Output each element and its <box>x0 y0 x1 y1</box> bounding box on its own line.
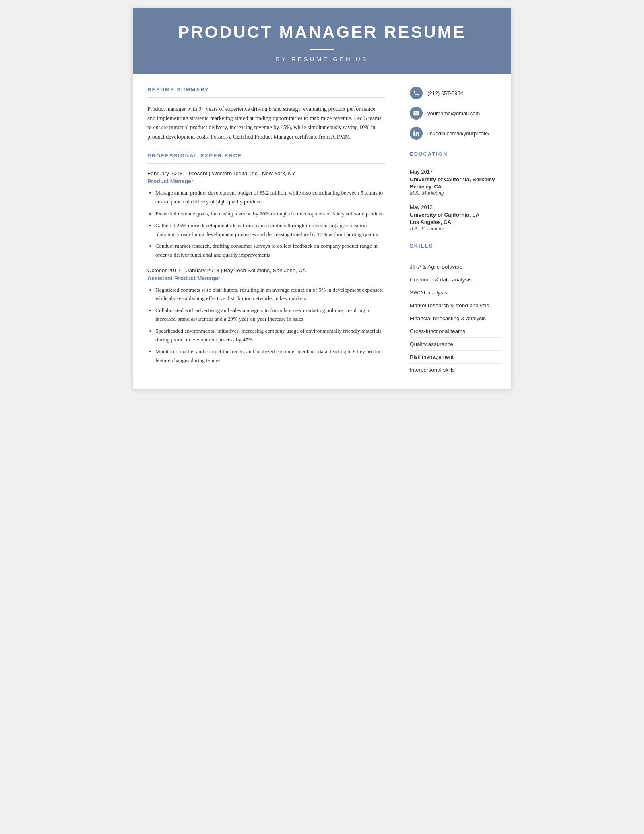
left-column: RESUME SUMMARY Product manager with 9+ y… <box>133 74 398 389</box>
edu-2: May 2012 University of California, LA Lo… <box>410 204 502 232</box>
edu-2-location: Los Angeles, CA <box>410 219 502 225</box>
education-divider <box>410 162 502 162</box>
skills-section: SKILLS JIRA & Agile Software Customer & … <box>410 243 502 376</box>
email-text: yourname@gmail.com <box>427 110 480 116</box>
edu-2-degree: B.A., Economics <box>410 225 502 232</box>
job-2-bullet-4: Monitored market and competitor trends, … <box>155 347 385 364</box>
contact-email: yourname@gmail.com <box>410 107 502 120</box>
job-2-bullet-1: Negotiated contracts with distributors, … <box>155 286 385 303</box>
linkedin-text: linkedin.com/in/yourprofile/ <box>427 130 489 137</box>
phone-svg <box>413 90 419 96</box>
email-icon <box>410 107 423 120</box>
skill-2: Customer & data analysis <box>410 273 502 286</box>
summary-section-title: RESUME SUMMARY <box>147 87 385 93</box>
job-1-bullets: Manage annual product development budget… <box>147 188 385 259</box>
email-svg <box>413 110 419 116</box>
right-column: (212) 657-8934 yourname@gmail.com <box>398 74 511 389</box>
education-section: EDUCATION May 2017 University of Califor… <box>410 151 502 232</box>
job-2-bullets: Negotiated contracts with distributors, … <box>147 286 385 365</box>
education-section-title: EDUCATION <box>410 151 502 157</box>
skill-1: JIRA & Agile Software <box>410 261 502 273</box>
job-1-bullet-2: Exceeded revenue goals, increasing reven… <box>155 209 385 218</box>
job-1-title: Product Manager <box>147 178 385 184</box>
summary-divider <box>147 97 385 98</box>
experience-divider <box>147 163 385 164</box>
job-2: October 2012 – January 2018 | Bay Tech S… <box>147 267 385 365</box>
header-divider <box>310 49 334 50</box>
linkedin-svg <box>413 130 419 137</box>
edu-2-date: May 2012 <box>410 204 502 210</box>
skill-3: SWOT analysis <box>410 286 502 299</box>
skill-8: Risk management <box>410 351 502 364</box>
skill-7: Quality assurance <box>410 338 502 351</box>
skill-6: Cross-functional teams <box>410 325 502 338</box>
contact-phone: (212) 657-8934 <box>410 87 502 99</box>
job-1: February 2018 – Present | Western Digita… <box>147 170 385 259</box>
main-content: RESUME SUMMARY Product manager with 9+ y… <box>133 74 511 389</box>
skill-9: Interpersonal skills <box>410 364 502 376</box>
contact-linkedin: linkedin.com/in/yourprofile/ <box>410 127 502 140</box>
contact-section: (212) 657-8934 yourname@gmail.com <box>410 87 502 140</box>
skills-section-title: SKILLS <box>410 243 502 249</box>
job-2-date-company: October 2012 – January 2018 | Bay Tech S… <box>147 267 385 273</box>
skill-5: Financial forecasting & analysis <box>410 312 502 325</box>
experience-section-title: PROFESSIONAL EXPERIENCE <box>147 153 385 159</box>
edu-2-school: University of California, LA <box>410 211 502 219</box>
phone-icon <box>410 87 423 99</box>
edu-1: May 2017 University of California, Berke… <box>410 169 502 196</box>
resume-title: PRODUCT MANAGER RESUME <box>149 23 495 42</box>
job-1-bullet-3: Gathered 25% more development ideas from… <box>155 221 385 238</box>
edu-1-date: May 2017 <box>410 169 502 175</box>
skills-divider <box>410 254 502 254</box>
linkedin-icon <box>410 127 423 140</box>
header-section: PRODUCT MANAGER RESUME By Resume Genius <box>133 8 511 74</box>
edu-1-school: University of California, Berkeley <box>410 176 502 184</box>
edu-1-location: Berkeley, CA <box>410 184 502 190</box>
job-2-bullet-3: Spearheaded environmental initiatives, i… <box>155 327 385 344</box>
job-2-bullet-2: Collaborated with advertising and sales … <box>155 306 385 323</box>
summary-text: Product manager with 9+ years of experie… <box>147 104 385 141</box>
resume-document: PRODUCT MANAGER RESUME By Resume Genius … <box>133 8 511 389</box>
job-1-bullet-1: Manage annual product development budget… <box>155 188 385 206</box>
skill-4: Market research & trend analysis <box>410 299 502 312</box>
summary-section: RESUME SUMMARY Product manager with 9+ y… <box>147 87 385 141</box>
header-subtitle: By Resume Genius <box>149 56 495 62</box>
phone-text: (212) 657-8934 <box>427 90 463 96</box>
experience-section: PROFESSIONAL EXPERIENCE February 2018 – … <box>147 153 385 364</box>
job-2-title: Assistant Product Manager <box>147 275 385 281</box>
job-1-date-company: February 2018 – Present | Western Digita… <box>147 170 385 176</box>
edu-1-degree: M.S., Marketing <box>410 190 502 196</box>
skills-list: JIRA & Agile Software Customer & data an… <box>410 261 502 376</box>
job-1-bullet-4: Conduct market research, drafting consum… <box>155 242 385 259</box>
